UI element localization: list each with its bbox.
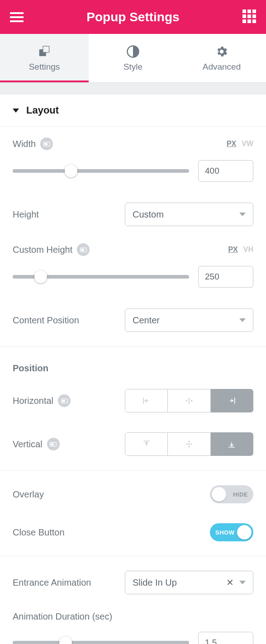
svg-rect-15 <box>143 441 149 442</box>
toggle-knob <box>212 487 226 502</box>
divider <box>0 470 266 471</box>
entrance-animation-value: Slide In Up <box>133 578 177 588</box>
responsive-icon[interactable] <box>77 243 90 256</box>
clear-icon[interactable]: ✕ <box>226 577 234 588</box>
align-center-icon <box>185 396 194 405</box>
row-vertical: Vertical <box>13 422 253 466</box>
align-right-icon <box>227 396 236 405</box>
custom-height-input[interactable] <box>198 266 253 288</box>
advanced-tab-icon <box>215 45 228 58</box>
width-slider-row <box>13 152 253 193</box>
animation-duration-label: Animation Duration (sec) <box>13 611 112 622</box>
content-position-value: Center <box>133 315 160 326</box>
app-grid-icon[interactable] <box>242 9 257 25</box>
svg-rect-10 <box>143 398 144 403</box>
align-middle-icon <box>185 440 194 449</box>
svg-rect-11 <box>189 398 190 403</box>
svg-rect-16 <box>186 444 192 445</box>
style-tab-icon <box>126 45 140 58</box>
responsive-icon[interactable] <box>58 394 71 407</box>
svg-rect-17 <box>229 447 235 448</box>
content-position-select[interactable]: Center <box>125 308 253 332</box>
vertical-segmented <box>125 432 253 456</box>
tab-settings-label: Settings <box>29 62 60 72</box>
chevron-down-icon <box>239 318 246 322</box>
close-button-label: Close Button <box>13 527 65 538</box>
overlay-label: Overlay <box>13 489 44 500</box>
row-entrance-animation: Entrance Animation Slide In Up ✕ <box>13 561 253 604</box>
divider <box>0 346 266 347</box>
caret-down-icon <box>13 109 19 113</box>
entrance-animation-label: Entrance Animation <box>13 578 91 588</box>
close-button-toggle[interactable]: SHOW <box>210 523 253 541</box>
svg-rect-14 <box>51 443 54 445</box>
v-align-bottom-button[interactable] <box>211 432 253 456</box>
row-content-position: Content Position Center <box>13 298 253 342</box>
row-height: Height Custom <box>13 193 253 236</box>
height-select-value: Custom <box>133 209 164 220</box>
tab-settings[interactable]: Settings <box>0 34 89 82</box>
svg-rect-5 <box>44 143 47 145</box>
h-align-right-button[interactable] <box>211 389 253 412</box>
header: Popup Settings <box>0 0 266 34</box>
tabs: Settings Style Advanced <box>0 34 266 83</box>
overlay-toggle[interactable]: HIDE <box>210 485 253 503</box>
animation-duration-input[interactable] <box>198 632 253 644</box>
svg-rect-7 <box>81 249 84 251</box>
toggle-knob <box>237 525 252 540</box>
entrance-animation-select[interactable]: Slide In Up ✕ <box>125 571 253 594</box>
content-position-label: Content Position <box>13 315 79 326</box>
h-align-left-button[interactable] <box>125 389 168 412</box>
responsive-icon[interactable] <box>47 438 60 450</box>
section-layout-header[interactable]: Layout <box>0 95 266 127</box>
align-bottom-icon <box>227 440 236 449</box>
width-unit-px[interactable]: PX <box>227 140 236 148</box>
animation-duration-slider-thumb[interactable] <box>59 636 72 644</box>
height-label: Height <box>13 209 39 220</box>
v-align-top-button[interactable] <box>125 432 168 456</box>
chevron-down-icon <box>239 213 246 216</box>
spacer <box>0 83 266 95</box>
tab-style[interactable]: Style <box>89 34 177 82</box>
tab-advanced[interactable]: Advanced <box>177 34 266 82</box>
position-heading: Position <box>13 351 253 379</box>
align-left-icon <box>142 396 151 405</box>
settings-tab-icon <box>38 45 51 58</box>
custom-height-unit-px[interactable]: PX <box>228 246 238 254</box>
custom-height-unit-vh[interactable]: VH <box>243 246 253 254</box>
custom-height-units: PX VH <box>228 246 253 254</box>
width-input[interactable] <box>198 160 253 182</box>
animation-duration-slider[interactable] <box>13 641 189 644</box>
height-select[interactable]: Custom <box>125 203 253 226</box>
custom-height-slider[interactable] <box>13 275 189 279</box>
responsive-icon[interactable] <box>40 137 53 150</box>
h-align-center-button[interactable] <box>168 389 210 412</box>
row-horizontal: Horizontal <box>13 379 253 422</box>
custom-height-slider-row <box>13 258 253 298</box>
horizontal-segmented <box>125 389 253 412</box>
row-overlay: Overlay HIDE <box>13 475 253 513</box>
close-toggle-text: SHOW <box>215 529 234 536</box>
menu-icon[interactable] <box>9 9 24 25</box>
width-unit-vw[interactable]: VW <box>242 140 253 148</box>
tab-advanced-label: Advanced <box>203 62 241 72</box>
horizontal-label: Horizontal <box>13 396 53 406</box>
width-label: Width <box>13 139 36 149</box>
svg-rect-12 <box>234 398 235 403</box>
row-width: Width PX VW <box>13 127 253 152</box>
section-layout-title: Layout <box>26 104 59 116</box>
custom-height-slider-thumb[interactable] <box>34 270 47 283</box>
v-align-middle-button[interactable] <box>168 432 210 456</box>
width-slider[interactable] <box>13 169 189 173</box>
svg-rect-2 <box>43 46 49 52</box>
custom-height-label: Custom Height <box>13 245 72 255</box>
overlay-toggle-text: HIDE <box>233 491 248 498</box>
row-custom-height: Custom Height PX VH <box>13 236 253 258</box>
row-close-button: Close Button SHOW <box>13 513 253 551</box>
width-slider-thumb[interactable] <box>65 165 77 177</box>
animation-duration-slider-row <box>13 624 253 644</box>
vertical-label: Vertical <box>13 439 43 450</box>
panel-layout: Width PX VW Height Custom Custom Height <box>0 127 266 644</box>
width-units: PX VW <box>227 140 253 148</box>
header-title: Popup Settings <box>24 10 242 24</box>
